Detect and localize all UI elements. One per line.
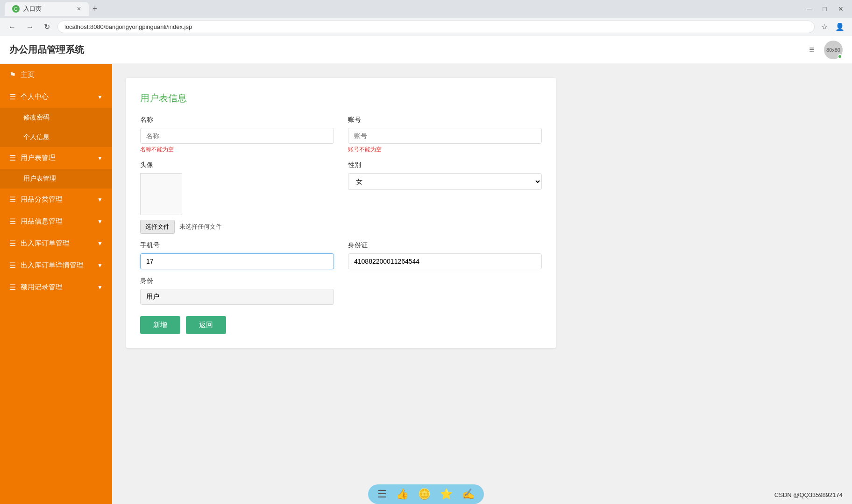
phone-group: 手机号	[140, 241, 334, 269]
account-error: 账号不能为空	[348, 146, 542, 154]
idcard-input[interactable]	[348, 253, 542, 269]
phone-input[interactable]	[140, 253, 334, 269]
expense-icon: ☰	[9, 283, 16, 292]
idcard-label: 身份证	[348, 241, 542, 250]
account-input[interactable]	[348, 128, 542, 144]
submit-button[interactable]: 新增	[140, 316, 180, 334]
gender-group: 性别 男 女	[348, 161, 542, 234]
reload-button[interactable]: ↻	[41, 21, 53, 33]
sidebar-item-category-label: 用品分类管理	[21, 195, 63, 204]
chevron-down-icon6: ▼	[97, 262, 103, 269]
user-mgmt-icon: ☰	[9, 154, 16, 162]
maximize-button[interactable]: □	[819, 4, 831, 14]
sidebar-item-personal-label: 个人中心	[21, 92, 49, 101]
window-controls: ─ □ ✕	[803, 4, 847, 14]
chevron-down-icon5: ▼	[97, 240, 103, 247]
back-button[interactable]: 返回	[186, 316, 226, 334]
sidebar-item-inout-detail[interactable]: ☰ 出入库订单详情管理 ▼	[0, 254, 112, 276]
sidebar: ⚑ 主页 ☰ 个人中心 ▼ 修改密码 个人信息 ☰ 用户表管理 ▼ 用户	[0, 64, 112, 504]
sidebar-item-inout-label: 出入库订单管理	[21, 239, 70, 248]
personal-icon: ☰	[9, 92, 16, 101]
coin-icon[interactable]: 🪙	[418, 488, 431, 500]
online-indicator	[838, 54, 842, 59]
new-tab-button[interactable]: +	[89, 2, 101, 16]
back-nav-button[interactable]: ←	[6, 21, 19, 33]
chevron-down-icon2: ▼	[97, 155, 103, 161]
avatar-gender-row: 头像 选择文件 未选择任何文件 性别 男 女	[140, 161, 542, 234]
like-icon[interactable]: 👍	[396, 488, 409, 500]
sidebar-item-user-mgmt-label: 用户表管理	[21, 154, 56, 162]
file-input-row: 选择文件 未选择任何文件	[140, 220, 334, 234]
chevron-down-icon7: ▼	[97, 284, 103, 291]
sidebar-item-personal-info-label: 个人信息	[23, 133, 50, 141]
tab-close-button[interactable]: ✕	[77, 6, 81, 12]
avatar-label: 80x80	[826, 47, 840, 53]
gender-select[interactable]: 男 女	[348, 173, 542, 190]
url-input[interactable]	[57, 21, 815, 33]
phone-idcard-row: 手机号 身份证	[140, 241, 542, 269]
tab-title: 入口页	[23, 5, 42, 13]
sidebar-item-home[interactable]: ⚑ 主页	[0, 64, 112, 86]
sidebar-item-change-pw-label: 修改密码	[23, 113, 50, 122]
name-group: 名称 名称不能为空	[140, 116, 334, 154]
name-error: 名称不能为空	[140, 146, 334, 154]
avatar[interactable]: 80x80	[824, 41, 843, 59]
sidebar-item-personal[interactable]: ☰ 个人中心 ▼	[0, 86, 112, 108]
sidebar-item-personal-info[interactable]: 个人信息	[0, 127, 112, 147]
chevron-down-icon4: ▼	[97, 218, 103, 225]
home-icon: ⚑	[9, 70, 16, 79]
inout-icon: ☰	[9, 239, 16, 248]
app-wrapper: 办公用品管理系统 ≡ 80x80 ⚑ 主页 ☰ 个人中心 ▼ 修改密码 个	[0, 36, 852, 504]
star-icon[interactable]: ⭐	[440, 488, 453, 500]
address-bar: ← → ↻ ☆ 👤	[0, 18, 852, 36]
sidebar-item-category-mgmt[interactable]: ☰ 用品分类管理 ▼	[0, 189, 112, 210]
browser-chrome: G 入口页 ✕ + ─ □ ✕ ← → ↻ ☆ 👤	[0, 0, 852, 36]
app-header: 办公用品管理系统 ≡ 80x80	[0, 36, 852, 64]
sidebar-item-item-mgmt[interactable]: ☰ 用品信息管理 ▼	[0, 210, 112, 232]
chevron-down-icon: ▼	[97, 94, 103, 100]
account-label: 账号	[348, 116, 542, 124]
sidebar-item-inout-detail-label: 出入库订单详情管理	[21, 261, 84, 270]
minimize-button[interactable]: ─	[803, 4, 816, 14]
bookmark-button[interactable]: ☆	[819, 21, 830, 33]
name-input[interactable]	[140, 128, 334, 144]
role-input[interactable]	[140, 289, 334, 305]
no-file-label: 未选择任何文件	[179, 223, 222, 231]
share-icon[interactable]: ✍	[462, 488, 475, 500]
role-row: 身份	[140, 277, 542, 305]
form-title: 用户表信息	[140, 92, 542, 105]
profile-button[interactable]: 👤	[833, 21, 846, 33]
app-title: 办公用品管理系统	[9, 43, 804, 56]
avatar-label-text: 头像	[140, 161, 334, 169]
sidebar-item-expense-label: 额用记录管理	[21, 283, 63, 292]
account-group: 账号 账号不能为空	[348, 116, 542, 154]
item-icon: ☰	[9, 217, 16, 226]
avatar-group: 头像 选择文件 未选择任何文件	[140, 161, 334, 234]
main-body: ⚑ 主页 ☰ 个人中心 ▼ 修改密码 个人信息 ☰ 用户表管理 ▼ 用户	[0, 64, 852, 504]
form-card: 用户表信息 名称 名称不能为空 账号 账号不能为空	[126, 78, 556, 348]
sidebar-item-item-label: 用品信息管理	[21, 217, 63, 226]
sidebar-item-user-table-label: 用户表管理	[23, 175, 56, 183]
sidebar-item-inout-mgmt[interactable]: ☰ 出入库订单管理 ▼	[0, 232, 112, 254]
phone-label: 手机号	[140, 241, 334, 250]
hamburger-button[interactable]: ≡	[809, 44, 815, 55]
sidebar-item-user-table[interactable]: 用户表管理	[0, 169, 112, 189]
role-group: 身份	[140, 277, 334, 305]
choose-file-button[interactable]: 选择文件	[140, 220, 175, 234]
form-actions: 新增 返回	[140, 316, 542, 334]
idcard-group: 身份证	[348, 241, 542, 269]
sidebar-item-expense-mgmt[interactable]: ☰ 额用记录管理 ▼	[0, 276, 112, 298]
sidebar-item-user-mgmt[interactable]: ☰ 用户表管理 ▼	[0, 147, 112, 169]
name-label: 名称	[140, 116, 334, 124]
sidebar-item-change-pw[interactable]: 修改密码	[0, 108, 112, 127]
content-area: 用户表信息 名称 名称不能为空 账号 账号不能为空	[112, 64, 852, 504]
bottom-toolbar: ☰ 👍 🪙 ⭐ ✍	[368, 484, 484, 504]
forward-nav-button[interactable]: →	[23, 21, 36, 33]
role-spacer	[348, 277, 542, 305]
chevron-down-icon3: ▼	[97, 196, 103, 203]
name-account-row: 名称 名称不能为空 账号 账号不能为空	[140, 116, 542, 154]
csdn-watermark: CSDN @QQ3359892174	[774, 491, 843, 498]
inout-detail-icon: ☰	[9, 261, 16, 270]
browser-tab[interactable]: G 入口页 ✕	[5, 2, 89, 16]
close-window-button[interactable]: ✕	[834, 4, 847, 14]
